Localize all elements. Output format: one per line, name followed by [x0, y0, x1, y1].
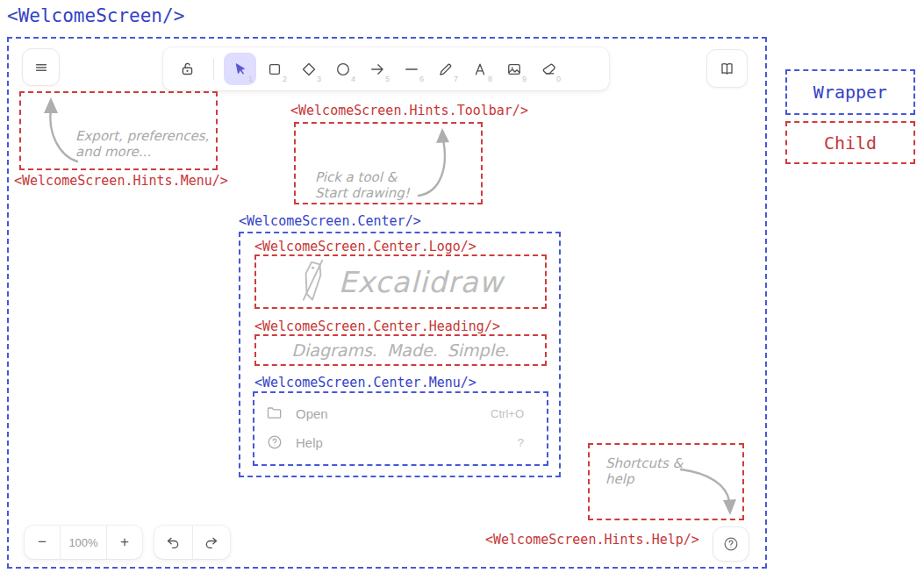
legend-child: Child — [785, 121, 915, 164]
selection-cursor-icon — [232, 61, 249, 78]
center-menu-box: Open Ctrl+O Help ? — [253, 391, 548, 466]
tool-eraser[interactable]: 0 — [532, 53, 564, 85]
excalidraw-logo-icon — [297, 257, 329, 306]
menu-item-shortcut: Ctrl+O — [491, 407, 524, 420]
zoom-out-button[interactable]: − — [25, 526, 60, 559]
logo-wordmark: Excalidraw — [338, 265, 503, 299]
hints-menu-text: Export, preferences, and more... — [75, 128, 209, 160]
line-icon — [403, 61, 420, 78]
folder-icon — [266, 405, 283, 422]
tool-shortcut-number: 4 — [351, 75, 355, 83]
redo-button[interactable] — [192, 526, 231, 559]
undo-button[interactable] — [154, 526, 192, 559]
menu-item-label: Open — [296, 406, 328, 421]
rectangle-icon — [266, 61, 283, 78]
tool-shortcut-number: 5 — [385, 75, 390, 83]
center-logo-label: <WelcomeScreen.Center.Logo/> — [254, 239, 476, 254]
tool-shortcut-number: 9 — [522, 75, 526, 83]
curved-arrow-icon — [676, 462, 741, 519]
menu-item-label: Help — [296, 435, 323, 450]
tool-shortcut-number: 6 — [419, 75, 424, 83]
hints-toolbar-text: Pick a tool & Start drawing! — [315, 169, 410, 201]
unlock-icon — [178, 60, 197, 78]
tool-selection[interactable]: 1 — [224, 53, 256, 85]
eraser-icon — [540, 61, 557, 78]
hints-toolbar-box: Pick a tool & Start drawing! — [294, 122, 483, 204]
page-title: <WelcomeScreen/> — [7, 5, 184, 26]
center-heading-label: <WelcomeScreen.Center.Heading/> — [254, 319, 500, 334]
plus-icon: + — [120, 533, 129, 551]
tool-arrow[interactable]: 5 — [361, 53, 393, 85]
book-icon — [718, 60, 736, 78]
hints-help-box: Shortcuts & help — [588, 443, 744, 520]
undo-icon — [165, 534, 182, 551]
hamburger-icon — [32, 59, 50, 76]
menu-item-help[interactable]: Help ? — [254, 430, 547, 455]
diamond-icon — [300, 61, 318, 78]
curved-arrow-icon — [412, 125, 473, 201]
undo-redo-panel — [154, 526, 230, 559]
center-heading-text: Diagrams. Made. Simple. — [291, 340, 509, 360]
tool-draw[interactable]: 7 — [429, 53, 462, 85]
center-logo-box: Excalidraw — [254, 254, 547, 309]
redo-icon — [203, 534, 219, 551]
tool-rectangle[interactable]: 2 — [258, 53, 290, 85]
center-menu-label: <WelcomeScreen.Center.Menu/> — [254, 375, 476, 390]
question-icon — [722, 535, 740, 553]
tool-shortcut-number: 8 — [488, 75, 492, 83]
legend-wrapper: Wrapper — [785, 69, 915, 115]
tool-diamond[interactable]: 3 — [292, 53, 325, 85]
tool-shortcut-number: 7 — [454, 75, 458, 83]
hints-help-label: <WelcomeScreen.Hints.Help/> — [485, 532, 699, 548]
zoom-in-button[interactable]: + — [107, 526, 142, 559]
pencil-icon — [437, 61, 455, 78]
tool-image[interactable]: 9 — [498, 53, 530, 85]
ellipse-icon — [334, 61, 352, 78]
hints-menu-label: <WelcomeScreen.Hints.Menu/> — [14, 173, 228, 189]
tool-line[interactable]: 6 — [395, 53, 427, 85]
legend-wrapper-label: Wrapper — [813, 82, 887, 103]
center-box: <WelcomeScreen.Center.Logo/> Excalidraw … — [239, 232, 561, 477]
tool-shortcut-number: 2 — [283, 75, 287, 83]
legend-child-label: Child — [824, 132, 877, 154]
zoom-level[interactable]: 100% — [60, 526, 107, 559]
hints-menu-box: Export, preferences, and more... — [19, 91, 218, 170]
tool-ellipse[interactable]: 4 — [326, 53, 359, 85]
tool-shortcut-number: 0 — [556, 75, 561, 83]
menu-item-shortcut: ? — [518, 436, 524, 449]
image-icon — [505, 61, 523, 78]
center-heading-box: Diagrams. Made. Simple. — [254, 334, 547, 366]
toolbar-separator — [213, 59, 214, 80]
tool-shortcut-number: 3 — [317, 75, 321, 83]
help-button[interactable] — [713, 526, 749, 562]
lock-tool-button[interactable] — [171, 53, 204, 85]
menu-item-open[interactable]: Open Ctrl+O — [254, 401, 547, 426]
minus-icon: − — [38, 533, 47, 551]
help-circle-icon — [266, 433, 283, 451]
hints-help-text: Shortcuts & help — [605, 455, 683, 487]
toolbar: 1 2 3 4 5 — [163, 47, 609, 90]
zoom-panel: − 100% + — [25, 526, 142, 559]
main-menu-button[interactable] — [22, 48, 60, 86]
tool-text[interactable]: 8 — [463, 53, 496, 85]
tool-shortcut-number: 1 — [248, 75, 253, 83]
library-button[interactable] — [706, 49, 748, 88]
hints-toolbar-label: <WelcomeScreen.Hints.Toolbar/> — [290, 103, 528, 118]
arrow-icon — [369, 61, 386, 78]
text-icon — [471, 61, 489, 78]
center-label: <WelcomeScreen.Center/> — [239, 213, 421, 229]
